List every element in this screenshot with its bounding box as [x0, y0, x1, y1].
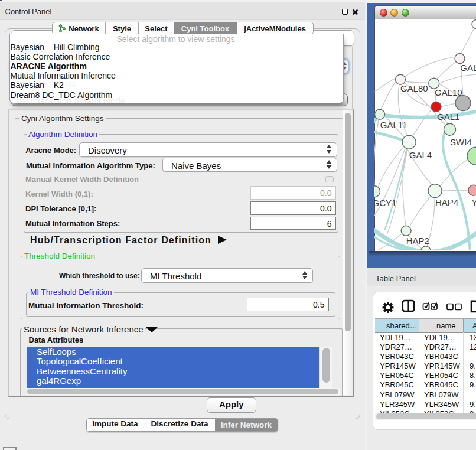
svg-text:GAL4: GAL4	[409, 150, 432, 160]
svg-text:HAP2: HAP2	[406, 235, 429, 245]
svg-text:GAL2: GAL2	[460, 63, 476, 73]
svg-text:GAL11: GAL11	[380, 120, 407, 130]
svg-text:SWI4: SWI4	[450, 137, 472, 147]
svg-text:GAL80: GAL80	[400, 83, 428, 93]
svg-text:HAP4: HAP4	[435, 197, 458, 207]
svg-text:GAL10: GAL10	[435, 87, 462, 97]
svg-text:GCY1: GCY1	[374, 198, 396, 208]
svg-text:Y: Y	[472, 197, 476, 207]
svg-text:GAL1: GAL1	[437, 112, 459, 122]
